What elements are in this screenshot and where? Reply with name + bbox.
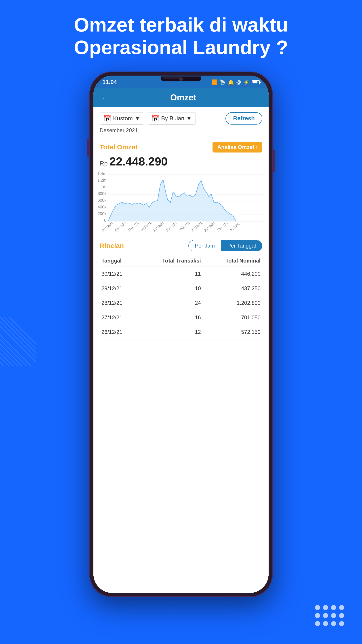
status-time: 11.04	[102, 79, 117, 86]
currency-label: Rp	[100, 160, 108, 167]
svg-text:28/12/21: 28/12/21	[216, 221, 229, 232]
svg-text:31/12/2: 31/12/2	[230, 222, 240, 232]
cell-tanggal: 27/12/21	[100, 310, 137, 325]
svg-text:1,2m: 1,2m	[97, 178, 106, 182]
svg-text:0: 0	[104, 218, 106, 223]
svg-text:400k: 400k	[98, 205, 107, 209]
by-bulan-dropdown-icon: ▼	[186, 115, 192, 122]
refresh-button[interactable]: Refresh	[225, 112, 262, 124]
total-omzet-title: Total Omzet	[100, 143, 137, 151]
rincian-table: Tanggal Total Transaksi Total Nominal 30…	[100, 255, 262, 340]
table-row: 27/12/21 16 701.050	[100, 310, 262, 325]
table-row: 29/12/21 10 437.250	[100, 281, 262, 296]
omzet-chart: 1,4m 1,2m 1m 800k 600k 400k 200k 0	[93, 170, 269, 236]
bell-icon: 🔔	[228, 80, 234, 85]
kustom-dropdown-icon: ▼	[134, 115, 140, 122]
back-button[interactable]: ←	[101, 93, 109, 102]
calendar-icon: 📅	[103, 115, 111, 122]
nav-title: Omzet	[115, 93, 252, 102]
total-amount-value: 22.448.290	[109, 155, 168, 168]
cell-nominal: 437.250	[203, 281, 262, 296]
cell-tanggal: 26/12/21	[100, 325, 137, 340]
cell-transaksi: 11	[137, 267, 203, 281]
tab-per-jam[interactable]: Per Jam	[189, 240, 221, 251]
by-bulan-filter-button[interactable]: 📅 By Bulan ▼	[148, 112, 196, 124]
nav-bar: ← Omzet	[93, 88, 269, 107]
svg-text:1m: 1m	[101, 185, 106, 189]
svg-text:10/12/21: 10/12/21	[140, 221, 152, 232]
svg-text:19/12/21: 19/12/21	[178, 221, 190, 232]
page-header: Omzet terbaik di waktu Operasional Laund…	[0, 14, 362, 58]
by-bulan-label: By Bulan	[161, 115, 184, 122]
cell-transaksi: 24	[137, 296, 203, 310]
cell-nominal: 1.202.800	[203, 296, 262, 310]
at-icon: @	[236, 80, 241, 85]
power-button	[273, 150, 275, 172]
svg-line-8	[0, 317, 36, 362]
table-row: 26/12/21 12 572.150	[100, 325, 262, 340]
cell-tanggal: 29/12/21	[100, 281, 137, 296]
table-row: 30/12/21 11 446.200	[100, 267, 262, 281]
decorative-dots	[315, 605, 344, 626]
cell-tanggal: 28/12/21	[100, 296, 137, 310]
cell-nominal: 701.050	[203, 310, 262, 325]
analisa-label: Analisa Omzet	[217, 144, 254, 150]
kustom-label: Kustom	[113, 115, 133, 122]
total-section: Total Omzet Analisa Omzet › Rp 22.448.29…	[93, 137, 269, 170]
wifi-icon: 📡	[220, 80, 226, 85]
analisa-omzet-button[interactable]: Analisa Omzet ›	[213, 142, 262, 152]
cell-transaksi: 10	[137, 281, 203, 296]
phone-speaker	[163, 77, 181, 79]
cell-transaksi: 12	[137, 325, 203, 340]
tab-per-tanggal[interactable]: Per Tanggal	[221, 240, 262, 251]
svg-text:22/12/21: 22/12/21	[191, 221, 203, 232]
cell-tanggal: 30/12/21	[100, 267, 137, 281]
analisa-arrow-icon: ›	[256, 144, 257, 150]
col-tanggal: Tanggal	[100, 255, 137, 267]
svg-text:16/12/21: 16/12/21	[165, 221, 178, 232]
svg-line-1	[0, 326, 31, 366]
phone-mockup: 11.04 📶 📡 🔔 @ ⚡ ← Omzet	[89, 72, 273, 597]
table-row: 28/12/21 24 1.202.800	[100, 296, 262, 310]
calendar-icon-2: 📅	[151, 115, 159, 122]
svg-text:04/12/21: 04/12/21	[114, 221, 127, 232]
svg-text:25/12/21: 25/12/21	[203, 221, 216, 232]
rincian-section: Rincian Per Jam Per Tanggal Tanggal Tota…	[93, 236, 269, 593]
cell-nominal: 572.150	[203, 325, 262, 340]
svg-text:01/12/21: 01/12/21	[101, 221, 114, 232]
date-range-label: Desember 2021	[100, 127, 262, 134]
battery-icon	[252, 80, 260, 84]
col-nominal: Total Nominal	[203, 255, 262, 267]
svg-text:600k: 600k	[98, 198, 107, 202]
phone-camera	[179, 77, 183, 81]
cell-transaksi: 16	[137, 310, 203, 325]
col-transaksi: Total Transaksi	[137, 255, 203, 267]
kustom-filter-button[interactable]: 📅 Kustom ▼	[100, 112, 144, 124]
bluetooth-icon: ⚡	[243, 80, 249, 85]
svg-text:200k: 200k	[98, 212, 107, 216]
filter-bar: 📅 Kustom ▼ 📅 By Bulan ▼ Refresh Desember…	[93, 107, 269, 137]
svg-text:1,4m: 1,4m	[97, 171, 106, 176]
svg-text:07/12/21: 07/12/21	[127, 221, 139, 232]
view-tab-group: Per Jam Per Tanggal	[188, 240, 262, 251]
cell-nominal: 446.200	[203, 267, 262, 281]
volume-button	[87, 139, 89, 156]
svg-text:13/12/21: 13/12/21	[152, 221, 165, 232]
svg-text:800k: 800k	[98, 192, 107, 196]
rincian-title: Rincian	[100, 242, 124, 250]
signal-icon: 📶	[211, 80, 217, 85]
